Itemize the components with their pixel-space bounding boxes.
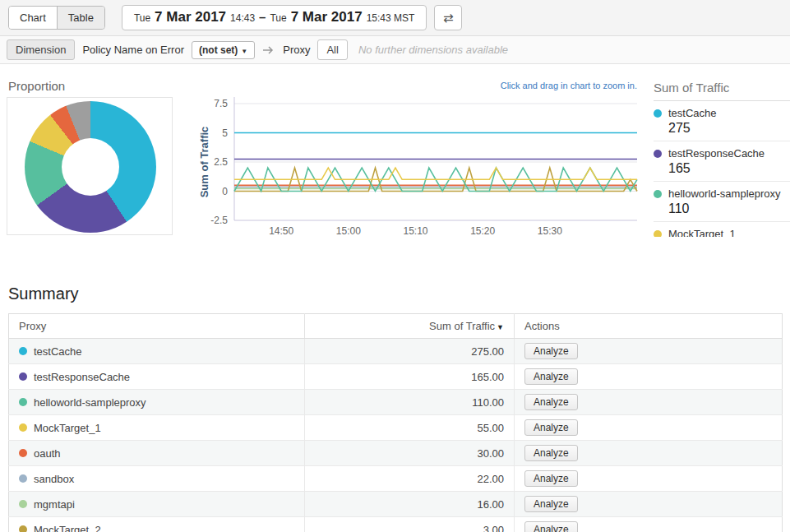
dimension-value: (not set) xyxy=(199,44,238,56)
analyze-button[interactable]: Analyze xyxy=(524,343,578,359)
table-row: oauth30.00Analyze xyxy=(9,441,783,466)
proxy-color-dot xyxy=(19,347,27,355)
column-header-proxy[interactable]: Proxy xyxy=(9,314,305,339)
dimension-button[interactable]: Dimension xyxy=(7,39,75,60)
proxy-color-dot xyxy=(19,372,27,381)
svg-text:14:50: 14:50 xyxy=(269,225,293,237)
summary-table: Proxy Sum of Traffic▼ Actions testCache2… xyxy=(8,313,783,532)
traffic-value: 275.00 xyxy=(305,339,515,364)
analyze-button[interactable]: Analyze xyxy=(524,394,578,410)
legend-item-label: testCache xyxy=(668,107,717,119)
legend-item-label: helloworld-sampleproxy xyxy=(668,187,781,200)
svg-text:7.5: 7.5 xyxy=(214,98,228,109)
proxy-name: testResponseCache xyxy=(34,371,130,383)
traffic-line-chart[interactable]: -2.502.557.514:5015:0015:1015:2015:30Sum… xyxy=(197,89,649,245)
traffic-value: 165.00 xyxy=(305,364,515,390)
proxy-name: mgmtapi xyxy=(34,498,75,511)
traffic-value: 16.00 xyxy=(305,492,515,517)
svg-text:2.5: 2.5 xyxy=(214,156,228,168)
dimension-bar: Dimension Policy Name on Error (not set)… xyxy=(0,36,790,64)
table-row: MockTarget_155.00Analyze xyxy=(9,415,783,441)
svg-text:5: 5 xyxy=(222,127,228,139)
top-toolbar: Chart Table Tue 7 Mar 2017 14:43 – Tue 7… xyxy=(0,0,790,36)
analyze-button[interactable]: Analyze xyxy=(524,419,578,436)
proxy-name: sandbox xyxy=(34,473,74,485)
proxy-name: oauth xyxy=(34,447,61,460)
summary-section: Summary Proxy Sum of Traffic▼ Actions te… xyxy=(0,278,790,532)
svg-text:Sum of Traffic: Sum of Traffic xyxy=(198,127,210,198)
analyze-button[interactable]: Analyze xyxy=(524,368,578,385)
proxy-name: helloworld-sampleproxy xyxy=(34,396,146,409)
legend-color-dot xyxy=(654,109,662,118)
table-row: helloworld-sampleproxy110.00Analyze xyxy=(9,390,783,415)
table-row: testCache275.00Analyze xyxy=(9,339,783,364)
start-day: Tue xyxy=(134,12,150,24)
traffic-value: 30.00 xyxy=(305,441,515,466)
start-date: 7 Mar 2017 xyxy=(155,9,226,25)
svg-text:15:30: 15:30 xyxy=(538,225,562,237)
legend-item-value: 165 xyxy=(668,161,790,176)
legend-items: testCache275testResponseCache165hellowor… xyxy=(654,101,790,237)
proxy-color-dot xyxy=(19,449,27,457)
table-row: MockTarget_23.00Analyze xyxy=(9,517,783,532)
end-time: 15:43 MST xyxy=(367,12,415,24)
traffic-value: 3.00 xyxy=(305,517,515,532)
proxy-name: MockTarget_2 xyxy=(34,524,101,532)
legend-color-dot xyxy=(654,230,662,238)
analyze-button[interactable]: Analyze xyxy=(524,521,578,532)
proportion-label: Proportion xyxy=(8,79,65,93)
chevron-down-icon: ▼ xyxy=(241,48,247,55)
legend-item-value: 110 xyxy=(668,201,790,216)
traffic-value: 110.00 xyxy=(305,390,515,415)
proxy-name: testCache xyxy=(34,345,82,358)
svg-text:-2.5: -2.5 xyxy=(210,215,228,226)
view-toggle: Chart Table xyxy=(8,6,105,30)
proxy-color-dot xyxy=(19,525,27,532)
column-header-actions: Actions xyxy=(515,314,783,339)
proxy-color-dot xyxy=(19,423,27,432)
legend-item[interactable]: testResponseCache165 xyxy=(654,141,790,182)
proxy-name: MockTarget_1 xyxy=(34,422,101,434)
end-date: 7 Mar 2017 xyxy=(291,9,363,25)
start-time: 14:43 xyxy=(230,12,255,24)
svg-text:15:00: 15:00 xyxy=(336,225,361,237)
proportion-panel xyxy=(7,97,173,235)
analyze-button[interactable]: Analyze xyxy=(524,445,578,461)
chart-area: Proportion Click and drag in chart to zo… xyxy=(0,64,790,278)
proportion-donut[interactable] xyxy=(25,101,156,233)
legend-item-label: testResponseCache xyxy=(668,147,765,160)
svg-text:15:20: 15:20 xyxy=(470,225,495,237)
legend-item[interactable]: MockTarget_155 xyxy=(654,222,790,237)
proxy-color-dot xyxy=(19,474,27,483)
legend-color-dot xyxy=(654,190,662,198)
proxy-filter-all-button[interactable]: All xyxy=(317,39,347,60)
legend-item[interactable]: testCache275 xyxy=(654,101,790,141)
drilldown-arrow-icon xyxy=(262,45,275,55)
svg-text:0: 0 xyxy=(222,186,228,197)
analyze-button[interactable]: Analyze xyxy=(524,496,578,512)
proxy-dimension-label: Proxy xyxy=(283,44,310,56)
legend-item-label: MockTarget_1 xyxy=(668,228,736,237)
chart-legend: Sum of Traffic testCache275testResponseC… xyxy=(654,81,790,237)
analyze-button[interactable]: Analyze xyxy=(524,470,578,487)
date-separator: – xyxy=(259,10,266,24)
svg-text:15:10: 15:10 xyxy=(403,225,427,237)
table-tab-button[interactable]: Table xyxy=(58,7,104,29)
proxy-color-dot xyxy=(19,500,27,508)
column-header-traffic[interactable]: Sum of Traffic▼ xyxy=(305,314,515,339)
legend-title: Sum of Traffic xyxy=(654,81,790,101)
chart-tab-button[interactable]: Chart xyxy=(9,7,58,29)
date-range-picker[interactable]: Tue 7 Mar 2017 14:43 – Tue 7 Mar 2017 15… xyxy=(122,5,427,30)
table-row: mgmtapi16.00Analyze xyxy=(9,492,783,517)
summary-table-body: testCache275.00AnalyzetestResponseCache1… xyxy=(9,339,783,532)
legend-item[interactable]: helloworld-sampleproxy110 xyxy=(654,182,790,222)
table-row: sandbox22.00Analyze xyxy=(9,466,783,492)
sort-desc-icon: ▼ xyxy=(497,323,504,331)
dimension-value-dropdown[interactable]: (not set)▼ xyxy=(192,41,255,59)
refresh-button[interactable]: ⇄ xyxy=(434,5,462,30)
legend-color-dot xyxy=(654,150,662,158)
traffic-value: 22.00 xyxy=(305,466,515,492)
no-dimensions-note: No further dimensions available xyxy=(358,44,508,56)
table-header-row: Proxy Sum of Traffic▼ Actions xyxy=(9,314,783,339)
refresh-icon: ⇄ xyxy=(443,11,454,25)
